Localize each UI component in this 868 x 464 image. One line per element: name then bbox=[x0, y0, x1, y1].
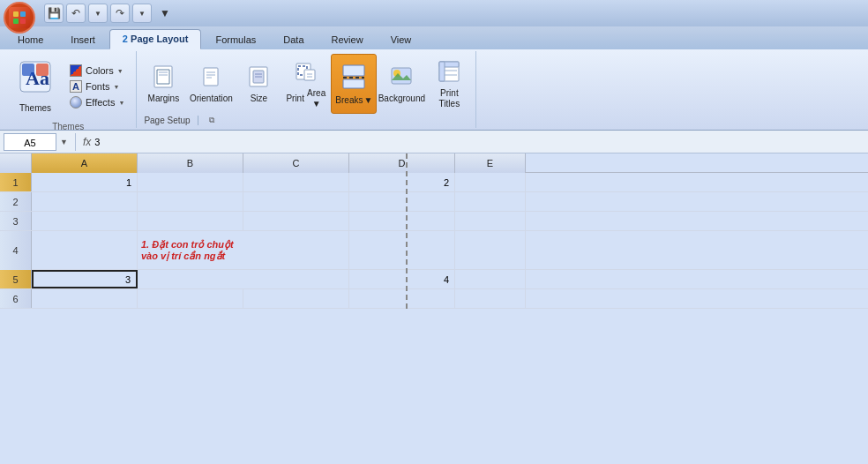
cell-c2[interactable] bbox=[243, 192, 349, 211]
table-row: 2 bbox=[0, 192, 868, 212]
save-button[interactable]: 💾 bbox=[44, 4, 64, 23]
background-label: Background bbox=[378, 94, 425, 104]
cell-d6[interactable] bbox=[349, 289, 455, 308]
cell-d2[interactable] bbox=[349, 192, 455, 211]
effects-dropdown-arrow: ▼ bbox=[118, 100, 124, 106]
cell-d5[interactable]: 4 bbox=[349, 270, 455, 288]
breaks-button[interactable]: Breaks ▼ bbox=[331, 54, 377, 114]
rows-container: 1 1 2 2 3 4 bbox=[0, 173, 868, 309]
table-row: 5 3 4 bbox=[0, 270, 868, 289]
print-area-icon bbox=[294, 59, 318, 86]
row-num-4: 4 bbox=[0, 231, 32, 270]
cell-a4[interactable] bbox=[32, 231, 138, 270]
cell-a1[interactable]: 1 bbox=[32, 173, 138, 191]
svg-rect-28 bbox=[343, 65, 364, 76]
cell-reference-box[interactable]: A5 bbox=[4, 133, 56, 151]
cell-a3[interactable] bbox=[32, 212, 138, 230]
undo-button[interactable]: ↶ bbox=[66, 4, 86, 23]
tab-data[interactable]: Data bbox=[270, 30, 317, 49]
title-bar: 💾 ↶ ▼ ↷ ▼ ▼ bbox=[0, 0, 868, 26]
col-header-b[interactable]: B bbox=[138, 153, 243, 173]
effects-button[interactable]: Effects ▼ bbox=[67, 95, 127, 109]
cell-b4[interactable]: 1. Đặt con trỏ chuộtvào vị trí cần ngắt bbox=[138, 231, 349, 270]
fonts-dropdown-arrow: ▼ bbox=[114, 84, 120, 90]
col-header-c[interactable]: C bbox=[243, 153, 349, 173]
cell-e5[interactable] bbox=[455, 270, 526, 288]
formula-input[interactable] bbox=[94, 133, 864, 151]
themes-button[interactable]: Aa Themes bbox=[9, 55, 62, 118]
cell-d1[interactable]: 2 bbox=[349, 173, 455, 191]
undo-dropdown[interactable]: ▼ bbox=[88, 4, 108, 23]
office-button[interactable] bbox=[4, 2, 35, 34]
quick-access-toolbar: 💾 ↶ ▼ ↷ ▼ ▼ bbox=[44, 4, 170, 23]
cell-b3[interactable] bbox=[138, 212, 243, 230]
cell-a5[interactable]: 3 bbox=[32, 270, 138, 288]
fx-label: fx bbox=[83, 136, 91, 148]
cell-e4[interactable] bbox=[455, 231, 526, 270]
cell-ref-dropdown[interactable]: ▼ bbox=[60, 138, 68, 146]
colors-dropdown-arrow: ▼ bbox=[117, 68, 123, 74]
print-titles-icon bbox=[437, 59, 461, 86]
cell-b2[interactable] bbox=[138, 192, 243, 211]
sheet-area: A B C D E 1 1 2 2 3 bbox=[0, 153, 868, 309]
page-setup-group-footer: Page Setup ⧉ bbox=[140, 115, 472, 126]
cell-b6[interactable] bbox=[138, 289, 243, 308]
table-row: 6 bbox=[0, 289, 868, 309]
redo-button[interactable]: ↷ bbox=[110, 4, 130, 23]
breaks-label: Breaks ▼ bbox=[335, 95, 372, 106]
svg-rect-25 bbox=[304, 70, 315, 80]
orientation-icon bbox=[198, 64, 223, 91]
page-setup-dialog-launcher[interactable]: ⧉ bbox=[209, 116, 214, 125]
print-area-label: Print Area ▼ bbox=[286, 88, 326, 109]
colors-button[interactable]: Colors ▼ bbox=[67, 64, 127, 78]
cell-a6[interactable] bbox=[32, 289, 138, 308]
cell-a2[interactable] bbox=[32, 192, 138, 211]
redo-dropdown[interactable]: ▼ bbox=[132, 4, 152, 23]
cell-d3[interactable] bbox=[349, 212, 455, 230]
tab-review[interactable]: Review bbox=[318, 30, 377, 49]
svg-rect-7 bbox=[36, 64, 49, 76]
cell-c1[interactable] bbox=[243, 173, 349, 191]
col-header-d[interactable]: D bbox=[349, 153, 455, 173]
margins-button[interactable]: Margins bbox=[140, 54, 186, 114]
margins-label: Margins bbox=[148, 94, 180, 104]
background-icon bbox=[389, 64, 414, 91]
cell-b5[interactable] bbox=[138, 270, 349, 288]
tab-view[interactable]: View bbox=[378, 30, 425, 49]
col-header-e[interactable]: E bbox=[455, 153, 526, 173]
themes-group: Aa Themes Colors ▼ A Fonts ▼ bbox=[0, 51, 137, 128]
themes-large-icon: Aa bbox=[19, 60, 52, 101]
tab-insert[interactable]: Insert bbox=[57, 30, 108, 49]
svg-rect-1 bbox=[20, 11, 26, 17]
table-row: 3 bbox=[0, 212, 868, 231]
tab-home[interactable]: Home bbox=[4, 30, 56, 49]
tab-page-layout[interactable]: 2 Page Layout bbox=[109, 29, 202, 49]
cell-c3[interactable] bbox=[243, 212, 349, 230]
background-button[interactable]: Background bbox=[378, 54, 424, 114]
print-area-button[interactable]: Print Area ▼ bbox=[283, 54, 329, 114]
cell-e1[interactable] bbox=[455, 173, 526, 191]
orientation-button[interactable]: Orientation bbox=[188, 54, 234, 114]
ribbon: Aa Themes Colors ▼ A Fonts ▼ bbox=[0, 49, 868, 131]
colors-icon bbox=[70, 64, 82, 77]
tab-formulas[interactable]: Formulas bbox=[202, 30, 269, 49]
svg-rect-6 bbox=[22, 64, 34, 76]
cell-e2[interactable] bbox=[455, 192, 526, 211]
office-logo bbox=[9, 7, 30, 28]
col-header-a[interactable]: A bbox=[32, 153, 138, 173]
cell-e3[interactable] bbox=[455, 212, 526, 230]
svg-rect-2 bbox=[13, 19, 19, 24]
formula-bar-divider bbox=[75, 133, 76, 151]
cell-d4[interactable] bbox=[349, 231, 455, 270]
page-setup-label: Page Setup bbox=[144, 116, 198, 125]
cell-e6[interactable] bbox=[455, 289, 526, 308]
size-button[interactable]: Size bbox=[236, 54, 281, 114]
cell-c6[interactable] bbox=[243, 289, 349, 308]
size-label: Size bbox=[251, 94, 267, 104]
page-setup-group: Margins Orientation bbox=[137, 51, 476, 128]
print-titles-button[interactable]: PrintTitles bbox=[426, 54, 472, 114]
cell-b1[interactable] bbox=[138, 173, 243, 191]
svg-rect-36 bbox=[439, 62, 445, 81]
column-headers: A B C D E bbox=[0, 153, 868, 173]
fonts-button[interactable]: A Fonts ▼ bbox=[67, 79, 127, 94]
